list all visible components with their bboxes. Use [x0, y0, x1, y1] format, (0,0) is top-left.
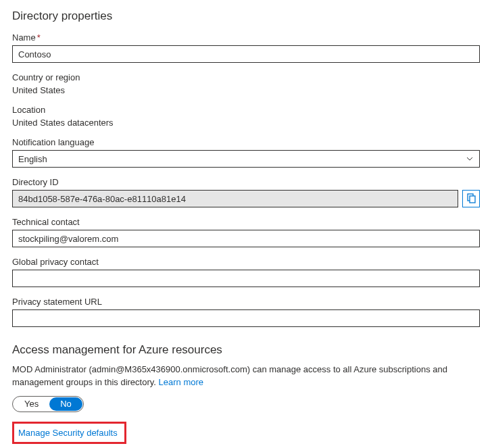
notification-language-field: Notification language English — [12, 137, 480, 168]
privacy-statement-url-field: Privacy statement URL — [12, 297, 480, 327]
manage-security-defaults-highlight: Manage Security defaults — [12, 422, 126, 444]
privacy-statement-url-input[interactable] — [12, 309, 480, 327]
country-label: Country or region — [12, 72, 480, 82]
technical-contact-input[interactable] — [12, 230, 480, 247]
global-privacy-contact-input[interactable] — [12, 270, 480, 287]
directory-id-input[interactable] — [12, 190, 458, 207]
technical-contact-field: Technical contact — [12, 217, 480, 247]
copy-button[interactable] — [462, 190, 480, 207]
svg-rect-1 — [470, 196, 475, 203]
global-privacy-contact-label: Global privacy contact — [12, 257, 480, 267]
access-management-heading: Access management for Azure resources — [12, 343, 480, 357]
required-asterisk: * — [37, 32, 41, 43]
country-field: Country or region United States — [12, 72, 480, 95]
directory-id-field: Directory ID — [12, 177, 480, 207]
global-privacy-contact-field: Global privacy contact — [12, 257, 480, 287]
notification-language-select[interactable]: English — [12, 150, 480, 168]
name-label-text: Name — [12, 32, 36, 43]
name-label: Name* — [12, 32, 480, 43]
technical-contact-label: Technical contact — [12, 217, 480, 227]
name-input[interactable] — [12, 45, 480, 63]
notification-language-value: English — [18, 154, 47, 164]
manage-security-defaults-link[interactable]: Manage Security defaults — [18, 428, 118, 438]
access-description-text: MOD Administrator (admin@M365x436900.onm… — [12, 364, 447, 387]
copy-icon — [466, 193, 476, 205]
chevron-down-icon — [466, 155, 474, 163]
learn-more-link[interactable]: Learn more — [159, 377, 203, 387]
directory-properties-heading: Directory properties — [12, 9, 480, 23]
access-toggle[interactable]: Yes No — [12, 396, 84, 412]
location-field: Location United States datacenters — [12, 105, 480, 128]
location-label: Location — [12, 105, 480, 115]
directory-id-label: Directory ID — [12, 177, 480, 187]
notification-language-label: Notification language — [12, 137, 480, 147]
access-management-description: MOD Administrator (admin@M365x436900.onm… — [12, 364, 480, 389]
toggle-yes[interactable]: Yes — [14, 397, 49, 411]
name-field: Name* — [12, 32, 480, 63]
privacy-statement-url-label: Privacy statement URL — [12, 297, 480, 307]
location-value: United States datacenters — [12, 118, 480, 128]
country-value: United States — [12, 85, 480, 95]
toggle-no[interactable]: No — [49, 397, 82, 411]
